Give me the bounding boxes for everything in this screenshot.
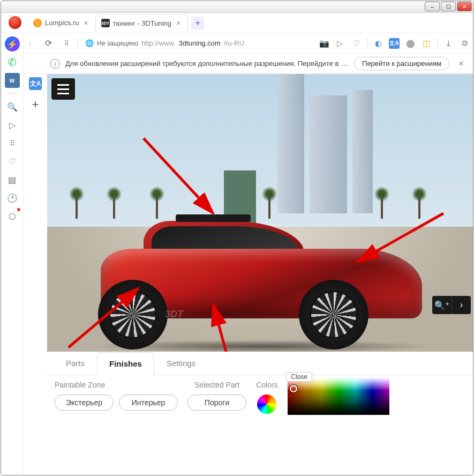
screenshot-icon[interactable]: ◫: [421, 38, 432, 49]
window-maximize-button[interactable]: ☐: [441, 2, 456, 11]
interior-button[interactable]: Интерьер: [119, 395, 178, 411]
tab-lumpics[interactable]: Lumpics.ru ×: [28, 14, 95, 32]
car-model[interactable]: 3DT: [69, 211, 443, 351]
speed-dial-button[interactable]: ⠿: [59, 36, 74, 51]
heart-icon[interactable]: ♡: [351, 38, 362, 49]
tab-parts[interactable]: Parts: [54, 352, 97, 375]
bookmarks-icon[interactable]: ♡: [5, 154, 20, 169]
close-tooltip: Close: [286, 372, 312, 382]
url-input[interactable]: 🌐 Не защищено http://www.3dtuning.com/ru…: [81, 39, 315, 47]
favicon-lumpics-icon: [33, 19, 42, 27]
window-minimize-button[interactable]: –: [425, 2, 440, 11]
add-panel-button[interactable]: +: [32, 98, 39, 111]
messenger-icon[interactable]: ⚡: [5, 36, 20, 51]
exterior-button[interactable]: Экстерьер: [55, 395, 114, 411]
car-logo: 3DT: [165, 309, 183, 320]
extensions-icon[interactable]: ⬡: [5, 209, 20, 224]
car-scene[interactable]: 3DT: [47, 74, 473, 352]
notification-bar: i Для обновления расширений требуются до…: [24, 54, 473, 74]
info-icon: i: [50, 59, 60, 69]
color-wheel-button[interactable]: [257, 395, 276, 414]
extension-icon[interactable]: ⬤: [405, 38, 416, 49]
notification-close-icon[interactable]: ×: [455, 59, 468, 69]
camera-icon[interactable]: 📷: [319, 38, 329, 49]
window-titlebar: – ☐ ✕: [1, 1, 473, 13]
browser-sidebar: ⚡ ✆ w 🔍 ▷ ⠿ ♡ ▤ 🕐 ⬡: [1, 33, 24, 475]
go-to-extensions-button[interactable]: Перейти к расширениям: [354, 57, 449, 70]
selected-part-label: Selected Part: [194, 381, 239, 389]
reload-button[interactable]: ⟳: [41, 36, 56, 51]
window-close-button[interactable]: ✕: [457, 2, 472, 11]
tab-settings[interactable]: Settings: [154, 352, 208, 375]
tab-close-icon[interactable]: ×: [175, 19, 182, 27]
sidebar-separator: [7, 93, 17, 94]
favicon-3dtuning-icon: 3DT: [101, 19, 110, 27]
zoom-in-button[interactable]: 🔍⁺: [432, 296, 452, 314]
news-icon[interactable]: ▤: [5, 172, 20, 187]
flow-icon[interactable]: ▷: [5, 117, 20, 132]
notification-text: Для обновления расширений требуются допо…: [65, 59, 349, 68]
whatsapp-icon[interactable]: ✆: [5, 55, 20, 70]
page-sidebar: 文A +: [24, 74, 47, 475]
browser-tabs-bar: Lumpics.ru × 3DT тюнинг - 3DTuning × +: [1, 13, 473, 33]
translate-panel-icon[interactable]: 文A: [29, 77, 42, 90]
send-icon[interactable]: ▷: [335, 38, 345, 49]
url-path: /ru-RU: [224, 39, 244, 47]
easy-setup-icon[interactable]: ⚙: [459, 38, 470, 49]
tab-close-icon[interactable]: ×: [82, 19, 90, 27]
tab-finishes[interactable]: Finishes: [97, 352, 154, 375]
opera-logo-icon[interactable]: [9, 16, 21, 29]
download-icon[interactable]: ⤓: [443, 38, 454, 49]
tab-label: тюнинг - 3DTuning: [113, 19, 172, 27]
new-tab-button[interactable]: +: [191, 17, 204, 29]
zoom-controls: 🔍⁺ ›: [432, 296, 471, 314]
main-viewer: 3DT: [47, 74, 473, 475]
translate-icon[interactable]: 文A: [389, 38, 400, 49]
color-picker-cursor[interactable]: [290, 385, 297, 392]
history-icon[interactable]: 🕐: [5, 190, 20, 205]
adblock-icon[interactable]: ◐: [373, 38, 383, 49]
zoom-next-button[interactable]: ›: [452, 296, 471, 314]
colors-label: Colors: [256, 381, 277, 389]
speed-dial-icon[interactable]: ⠿: [5, 136, 20, 151]
url-domain: 3dtuning.com: [179, 39, 221, 47]
tab-3dtuning[interactable]: 3DT тюнинг - 3DTuning ×: [95, 14, 189, 32]
search-icon[interactable]: 🔍: [5, 99, 20, 114]
selected-part-button[interactable]: Пороги: [187, 395, 246, 411]
address-bar: ‹ › ⟳ ⠿ 🌐 Не защищено http://www.3dtunin…: [1, 33, 473, 54]
security-chip[interactable]: Не защищено: [97, 40, 138, 47]
color-picker[interactable]: [288, 377, 389, 415]
paintable-zone-label: Paintable Zone: [55, 381, 105, 389]
tab-label: Lumpics.ru: [45, 19, 79, 27]
url-prefix: http://www.: [141, 39, 176, 47]
forward-button[interactable]: ›: [22, 36, 37, 51]
bottom-panel: Parts Finishes Settings Close Paintable …: [47, 352, 473, 475]
menu-button[interactable]: [51, 78, 75, 100]
vk-icon[interactable]: w: [5, 73, 20, 88]
globe-icon: 🌐: [85, 39, 94, 47]
